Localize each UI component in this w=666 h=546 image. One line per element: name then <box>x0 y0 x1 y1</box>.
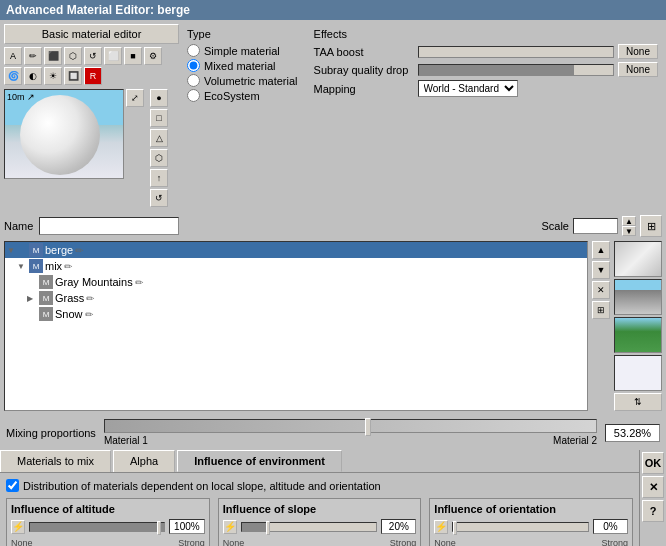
tree-up-btn[interactable]: ▲ <box>592 241 610 259</box>
material-tree-container: ▼ M berge ✏ ▼ M mix ✏ <box>4 241 662 411</box>
tree-down-btn[interactable]: ▼ <box>592 261 610 279</box>
preview-side-icon-5[interactable]: ↑ <box>150 169 168 187</box>
tree-side-buttons: ▲ ▼ ✕ ⊞ <box>592 241 610 411</box>
toolbar-row-1: A ✏ ⬛ ⬡ ↺ ⬜ ■ ⚙ <box>4 47 179 65</box>
tree-edit-grass[interactable]: ✏ <box>86 293 94 304</box>
toolbar-icon-4[interactable]: ⬡ <box>64 47 82 65</box>
toolbar-icon-8[interactable]: ⚙ <box>144 47 162 65</box>
tree-delete-btn[interactable]: ✕ <box>592 281 610 299</box>
type-mixed[interactable]: Mixed material <box>187 59 298 72</box>
toolbar-icon-5[interactable]: ↺ <box>84 47 102 65</box>
orientation-slider[interactable] <box>452 522 589 532</box>
slope-none-label: None <box>223 538 245 546</box>
slope-lightning-icon[interactable]: ⚡ <box>223 520 237 534</box>
preview-side-icon-6[interactable]: ↺ <box>150 189 168 207</box>
effects-section: Effects TAA boost None Subray quality dr… <box>310 24 662 106</box>
type-volumetric[interactable]: Volumetric material <box>187 74 298 87</box>
mixing-material2-label: Material 2 <box>553 435 597 446</box>
tree-label-grass: Grass <box>55 292 84 304</box>
panel-main: Materials to mix Alpha Influence of envi… <box>0 450 639 546</box>
preview-box: 10m ↗ <box>4 89 124 179</box>
tree-icon-grass: M <box>39 291 53 305</box>
scale-up-btn[interactable]: ▲ <box>622 216 636 226</box>
cancel-button[interactable]: ✕ <box>642 476 664 498</box>
slope-value: 20% <box>381 519 416 534</box>
toolbar-icon-1[interactable]: A <box>4 47 22 65</box>
env-panel: Distribution of materials dependent on l… <box>0 473 639 546</box>
tree-edit-mix[interactable]: ✏ <box>64 261 72 272</box>
toolbar-icon-12[interactable]: 🔲 <box>64 67 82 85</box>
toolbar-icon-6[interactable]: ⬜ <box>104 47 122 65</box>
slope-slider[interactable] <box>241 522 378 532</box>
toolbar-icon-3[interactable]: ⬛ <box>44 47 62 65</box>
tree-item-grass[interactable]: ▶ M Grass ✏ <box>5 290 587 306</box>
tree-edit-snow[interactable]: ✏ <box>85 309 93 320</box>
taa-boost-slider[interactable] <box>418 46 614 58</box>
orientation-lightning-icon[interactable]: ⚡ <box>434 520 448 534</box>
tree-icon-mix: M <box>29 259 43 273</box>
type-simple[interactable]: Simple material <box>187 44 298 57</box>
expand-icon[interactable]: ⤢ <box>126 89 144 107</box>
material-tree[interactable]: ▼ M berge ✏ ▼ M mix ✏ <box>4 241 588 411</box>
scale-down-btn[interactable]: ▼ <box>622 226 636 236</box>
preview-side-icon-4[interactable]: ⬡ <box>150 149 168 167</box>
mini-preview-1 <box>614 241 662 277</box>
tab-alpha[interactable]: Alpha <box>113 450 175 472</box>
basic-material-editor-button[interactable]: Basic material editor <box>4 24 179 44</box>
mini-swap-btn[interactable]: ⇅ <box>614 393 662 411</box>
type-radio-group: Simple material Mixed material Volumetri… <box>187 44 298 102</box>
mixing-slider[interactable] <box>104 419 597 433</box>
mixing-material1-label: Material 1 <box>104 435 148 446</box>
type-ecosystem[interactable]: EcoSystem <box>187 89 298 102</box>
toolbar-icon-13[interactable]: R <box>84 67 102 85</box>
toolbar-icon-7[interactable]: ■ <box>124 47 142 65</box>
scale-icon-btn[interactable]: ⊞ <box>640 215 662 237</box>
tree-item-berge[interactable]: ▼ M berge ✏ <box>5 242 587 258</box>
toolbar-icon-11[interactable]: ☀ <box>44 67 62 85</box>
tree-copy-btn[interactable]: ⊞ <box>592 301 610 319</box>
slope-title: Influence of slope <box>223 503 417 515</box>
orientation-title: Influence of orientation <box>434 503 628 515</box>
effects-title: Effects <box>314 28 658 40</box>
tab-influence-environment[interactable]: Influence of environment <box>177 450 342 472</box>
preview-area: 10m ↗ ⤢ ● □ △ ⬡ ↑ ↺ <box>4 89 179 207</box>
distribution-checkbox[interactable] <box>6 479 19 492</box>
orientation-box: Influence of orientation ⚡ 0% None Stron… <box>429 498 633 546</box>
altitude-box: Influence of altitude ⚡ 100% None Strong <box>6 498 210 546</box>
name-row: Name berge Scale 1.00 ▲ ▼ ⊞ <box>4 215 662 237</box>
subray-slider[interactable] <box>418 64 614 76</box>
orientation-minmax: None Strong <box>434 538 628 546</box>
scale-label: Scale <box>541 220 569 232</box>
name-input[interactable]: berge <box>39 217 179 235</box>
tab-materials-to-mix[interactable]: Materials to mix <box>0 450 111 472</box>
toolbar-icon-9[interactable]: 🌀 <box>4 67 22 85</box>
window-title: Advanced Material Editor: berge <box>6 3 190 17</box>
scale-input[interactable]: 1.00 <box>573 218 618 234</box>
tree-item-snow[interactable]: M Snow ✏ <box>5 306 587 322</box>
toolbar-icon-10[interactable]: ◐ <box>24 67 42 85</box>
tree-label-gray-mountains: Gray Mountains <box>55 276 133 288</box>
tree-item-mix[interactable]: ▼ M mix ✏ <box>5 258 587 274</box>
toolbar-icon-2[interactable]: ✏ <box>24 47 42 65</box>
altitude-slider[interactable] <box>29 522 165 532</box>
preview-side-icon-1[interactable]: ● <box>150 89 168 107</box>
mini-preview-2 <box>614 279 662 315</box>
altitude-none-label: None <box>11 538 33 546</box>
tree-edit-gray[interactable]: ✏ <box>135 277 143 288</box>
tree-edit-berge[interactable]: ✏ <box>75 245 83 256</box>
subray-row: Subray quality drop None <box>314 62 658 77</box>
help-button[interactable]: ? <box>642 500 664 522</box>
taa-boost-value: None <box>618 44 658 59</box>
tree-label-berge: berge <box>45 244 73 256</box>
mapping-select[interactable]: World - Standard <box>418 80 518 97</box>
distribution-checkbox-row: Distribution of materials dependent on l… <box>6 479 633 492</box>
tabs-bar: Materials to mix Alpha Influence of envi… <box>0 450 639 473</box>
preview-side-icon-3[interactable]: △ <box>150 129 168 147</box>
preview-side-icon-2[interactable]: □ <box>150 109 168 127</box>
preview-sphere <box>20 95 100 175</box>
altitude-value: 100% <box>169 519 205 534</box>
ok-button[interactable]: OK <box>642 452 664 474</box>
tree-label-mix: mix <box>45 260 62 272</box>
altitude-lightning-icon[interactable]: ⚡ <box>11 520 25 534</box>
tree-item-gray-mountains[interactable]: M Gray Mountains ✏ <box>5 274 587 290</box>
